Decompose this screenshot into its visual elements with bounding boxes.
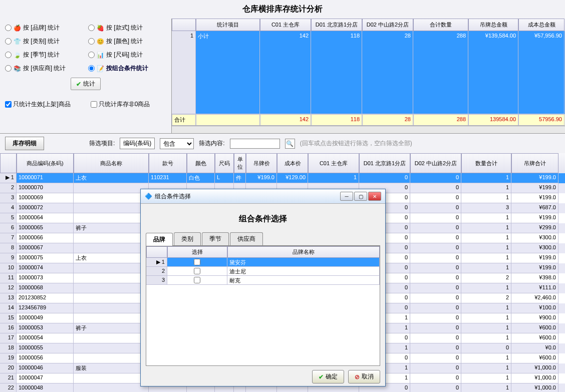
radio-brand[interactable]: 🍎按 [品牌] 统计 <box>5 24 83 32</box>
hdr-stat[interactable]: 统计项目 <box>196 19 260 31</box>
hdr-d02[interactable]: D02 中山路2分店 <box>362 19 413 31</box>
filter-panel: 🍎按 [品牌] 统计 🍓按 [款式] 统计 👕按 [类别] 统计 😊按 [颜色]… <box>0 19 171 133</box>
hdr-c01[interactable]: C01 主仓库 <box>260 19 311 31</box>
radio-size[interactable]: 📊按 [尺码] 统计 <box>88 51 166 59</box>
radio-season[interactable]: 🍃按 [季节] 统计 <box>5 51 83 59</box>
radio-category[interactable]: 👕按 [类别] 统计 <box>5 37 83 46</box>
cancel-icon: ⊘ <box>355 373 360 380</box>
dh-size[interactable]: 尺码 <box>215 153 234 173</box>
dh-d02[interactable]: D02 中山路2分店 <box>410 153 461 173</box>
modal-row[interactable]: 2迪士尼 <box>146 267 380 276</box>
check-icon: ✔ <box>319 373 324 380</box>
modal-tab-season[interactable]: 季节 <box>202 232 229 245</box>
dh-tag[interactable]: 吊牌合计 <box>511 153 558 173</box>
dh-code[interactable]: 商品编码(条码) <box>17 153 74 173</box>
dh-name[interactable]: 商品名称 <box>74 153 149 173</box>
close-button[interactable]: ✕ <box>368 192 381 201</box>
modal-tab-brand[interactable]: 品牌 <box>146 233 173 246</box>
filter-op[interactable]: 包含 <box>160 138 194 149</box>
filter-hint: (回车或点击按钮进行筛选，空白筛选全部) <box>300 139 412 148</box>
row-checkbox[interactable] <box>194 277 200 283</box>
cancel-button[interactable]: ⊘取消 <box>348 370 380 383</box>
modal-row[interactable]: ▶ 1黛安芬 <box>146 258 380 267</box>
mg-hdr-name[interactable]: 品牌名称 <box>227 246 380 258</box>
chk-nonzero[interactable]: 只统计库存非0商品 <box>91 100 150 109</box>
hdr-cost[interactable]: 成本总金额 <box>518 19 564 31</box>
hdr-amt[interactable]: 吊牌总金额 <box>468 19 518 31</box>
detail-row[interactable]: ▶ 110000071上衣110231白色L件¥199.0¥129.001001… <box>0 173 565 183</box>
summary-footer: 合计 142 118 28 288 139584.00 57956.90 <box>172 114 565 126</box>
modal-tab-category[interactable]: 类别 <box>174 232 201 245</box>
app-icon: 🔷 <box>145 193 152 200</box>
chk-onshelf[interactable]: 只统计生效[上架]商品 <box>5 100 71 109</box>
dh-unit[interactable]: 单位 <box>234 153 246 173</box>
summary-row[interactable]: 1 小计 142 118 28 288 ¥139,584.00 ¥57,956.… <box>172 31 565 114</box>
dh-style[interactable]: 款号 <box>149 153 187 173</box>
modal-heading: 组合条件选择 <box>146 209 380 229</box>
mg-hdr-sel[interactable]: 选择 <box>167 246 227 258</box>
dh-price[interactable]: 吊牌价 <box>246 153 277 173</box>
filter-label: 筛选项目: <box>89 139 115 148</box>
combo-modal: 🔷 组合条件选择 ─ ▢ ✕ 组合条件选择 品牌 类别 季节 供应商 选择 品牌… <box>140 189 386 386</box>
dh-color[interactable]: 颜色 <box>187 153 215 173</box>
dh-sumqty[interactable]: 数量合计 <box>461 153 511 173</box>
minimize-button[interactable]: ─ <box>340 192 353 201</box>
radio-combo[interactable]: 📝按组合条件统计 <box>88 64 166 73</box>
hdr-qty[interactable]: 合计数量 <box>413 19 468 31</box>
stat-button[interactable]: ✔统计 <box>71 78 101 90</box>
hdr-d01[interactable]: D01 北京路1分店 <box>311 19 362 31</box>
filter-search-button[interactable]: 🔍 <box>285 139 295 149</box>
radio-color[interactable]: 😊按 [颜色] 统计 <box>88 37 166 46</box>
check-icon: ✔ <box>76 81 81 88</box>
page-title: 仓库横排库存统计分析 <box>0 0 565 19</box>
radio-style[interactable]: 🍓按 [款式] 统计 <box>88 24 166 32</box>
modal-row[interactable]: 3耐克 <box>146 276 380 285</box>
modal-tab-supplier[interactable]: 供应商 <box>230 232 263 245</box>
row-checkbox[interactable] <box>194 268 200 274</box>
filter-input[interactable] <box>230 139 280 149</box>
tab-detail[interactable]: 库存明细 <box>5 137 44 150</box>
filter-field[interactable]: 编码(条码) <box>120 138 155 149</box>
dh-cost2[interactable]: 成本价 <box>277 153 308 173</box>
dh-c01[interactable]: C01 主仓库 <box>308 153 359 173</box>
maximize-button[interactable]: ▢ <box>354 192 367 201</box>
modal-title: 组合条件选择 <box>155 192 338 201</box>
summary-grid: 统计项目 C01 主仓库 D01 北京路1分店 D02 中山路2分店 合计数量 … <box>171 19 565 133</box>
dh-d01[interactable]: D01 北京路1分店 <box>359 153 410 173</box>
filter-content-label: 筛选内容: <box>199 139 224 148</box>
row-checkbox[interactable] <box>194 259 200 265</box>
ok-button[interactable]: ✔确定 <box>312 370 344 383</box>
radio-supplier[interactable]: 📚按 [供应商] 统计 <box>5 64 83 73</box>
